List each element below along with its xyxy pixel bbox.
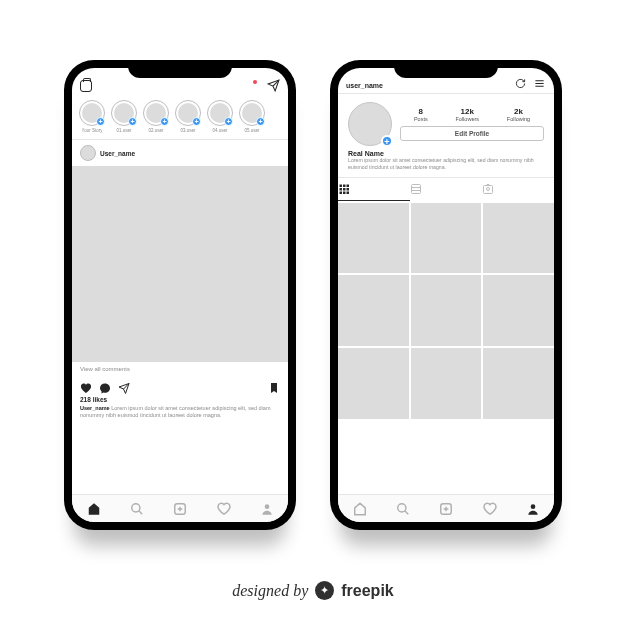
- bottom-nav: [72, 494, 288, 522]
- activity-icon[interactable]: [217, 502, 230, 515]
- profile-username[interactable]: user_name: [346, 82, 383, 89]
- activity-dot: [253, 80, 257, 84]
- plus-icon: +: [256, 117, 265, 126]
- grid-cell[interactable]: [411, 275, 482, 346]
- home-icon[interactable]: [353, 502, 366, 515]
- bottom-nav: [338, 494, 554, 522]
- profile-icon[interactable]: [526, 502, 539, 515]
- comment-icon[interactable]: [99, 382, 111, 394]
- attribution: designed by ✦ freepik: [0, 581, 626, 600]
- plus-icon: +: [96, 117, 105, 126]
- avatar[interactable]: [80, 145, 96, 161]
- search-icon[interactable]: [130, 502, 143, 515]
- grid-cell[interactable]: [483, 203, 554, 274]
- post-caption: User_name Lorem ipsum dolor sit amet con…: [72, 403, 288, 419]
- phone-profile: user_name + 8 Posts: [330, 60, 562, 530]
- story-label: 03.user: [180, 128, 195, 133]
- post-image[interactable]: [72, 166, 288, 362]
- grid-cell[interactable]: [411, 203, 482, 274]
- story-item[interactable]: + 02.user: [142, 100, 170, 133]
- activity-icon[interactable]: [483, 502, 496, 515]
- home-icon[interactable]: [87, 502, 100, 515]
- grid-cell[interactable]: [483, 275, 554, 346]
- profile-grid: [338, 201, 554, 421]
- grid-cell[interactable]: [338, 203, 409, 274]
- add-post-icon[interactable]: [439, 502, 452, 515]
- camera-icon[interactable]: [80, 80, 92, 92]
- post-author[interactable]: User_name: [100, 150, 135, 157]
- story-item[interactable]: + 03.user: [174, 100, 202, 133]
- tab-grid[interactable]: [338, 178, 410, 201]
- search-icon[interactable]: [396, 502, 409, 515]
- svg-rect-8: [347, 188, 350, 191]
- tab-tagged[interactable]: [482, 178, 554, 201]
- svg-point-17: [531, 504, 536, 509]
- phone-feed: + Your Story + 01.user + 02.user + 03.us…: [64, 60, 296, 530]
- svg-point-0: [132, 504, 140, 512]
- share-icon[interactable]: [118, 382, 130, 394]
- notch: [128, 60, 232, 78]
- story-label: 04.user: [212, 128, 227, 133]
- grid-cell[interactable]: [338, 275, 409, 346]
- profile-tabs: [338, 177, 554, 201]
- stat-followers[interactable]: 12k Followers: [455, 107, 479, 122]
- post-actions: [72, 376, 288, 396]
- add-story-icon[interactable]: +: [381, 135, 393, 147]
- story-label: 02.user: [148, 128, 163, 133]
- plus-icon: +: [192, 117, 201, 126]
- stat-posts[interactable]: 8 Posts: [414, 107, 428, 122]
- menu-icon[interactable]: [533, 78, 546, 89]
- profile-icon[interactable]: [260, 502, 273, 515]
- like-count[interactable]: 218 likes: [72, 396, 288, 403]
- grid-cell[interactable]: [483, 348, 554, 419]
- story-item[interactable]: + 01.user: [110, 100, 138, 133]
- bookmark-icon[interactable]: [268, 382, 280, 394]
- freepik-logo-icon: ✦: [315, 581, 334, 600]
- profile-header: + 8 Posts 12k Followers 2k: [338, 94, 554, 150]
- notch: [394, 60, 498, 78]
- edit-profile-button[interactable]: Edit Profile: [400, 126, 544, 141]
- svg-point-2: [265, 504, 270, 509]
- tab-feed[interactable]: [410, 178, 482, 201]
- svg-rect-11: [347, 191, 350, 194]
- story-your-story[interactable]: + Your Story: [78, 100, 106, 133]
- attribution-brand: freepik: [341, 582, 393, 600]
- attribution-prefix: designed by: [232, 582, 308, 600]
- direct-message-icon[interactable]: [267, 79, 280, 92]
- stories-bar[interactable]: + Your Story + 01.user + 02.user + 03.us…: [72, 96, 288, 140]
- svg-rect-7: [343, 188, 346, 191]
- stat-following[interactable]: 2k Following: [507, 107, 530, 122]
- story-item[interactable]: + 04.user: [206, 100, 234, 133]
- plus-icon: +: [224, 117, 233, 126]
- profile-real-name: Real Name: [348, 150, 544, 157]
- view-comments-link[interactable]: View all comments: [72, 362, 288, 376]
- svg-rect-12: [412, 184, 421, 193]
- svg-point-14: [487, 187, 490, 190]
- post-header[interactable]: User_name: [72, 140, 288, 166]
- profile-bio: Real Name Lorem ipsum dolor sit amet con…: [338, 150, 554, 177]
- caption-author[interactable]: User_name: [80, 405, 110, 411]
- svg-rect-10: [343, 191, 346, 194]
- story-label: 05.user: [244, 128, 259, 133]
- grid-cell[interactable]: [411, 348, 482, 419]
- like-icon[interactable]: [80, 382, 92, 394]
- refresh-icon[interactable]: [515, 78, 526, 89]
- story-label: Your Story: [82, 128, 103, 133]
- svg-rect-5: [347, 184, 350, 187]
- svg-rect-13: [484, 185, 493, 193]
- svg-rect-6: [340, 188, 343, 191]
- plus-icon: +: [128, 117, 137, 126]
- plus-icon: +: [160, 117, 169, 126]
- story-item[interactable]: + 05.user: [238, 100, 266, 133]
- grid-cell[interactable]: [338, 348, 409, 419]
- svg-rect-4: [343, 184, 346, 187]
- story-label: 01.user: [116, 128, 131, 133]
- add-post-icon[interactable]: [173, 502, 186, 515]
- svg-rect-3: [340, 184, 343, 187]
- svg-rect-9: [340, 191, 343, 194]
- profile-bio-text: Lorem ipsum dolor sit amet consectetuer …: [348, 157, 544, 171]
- svg-point-15: [398, 504, 406, 512]
